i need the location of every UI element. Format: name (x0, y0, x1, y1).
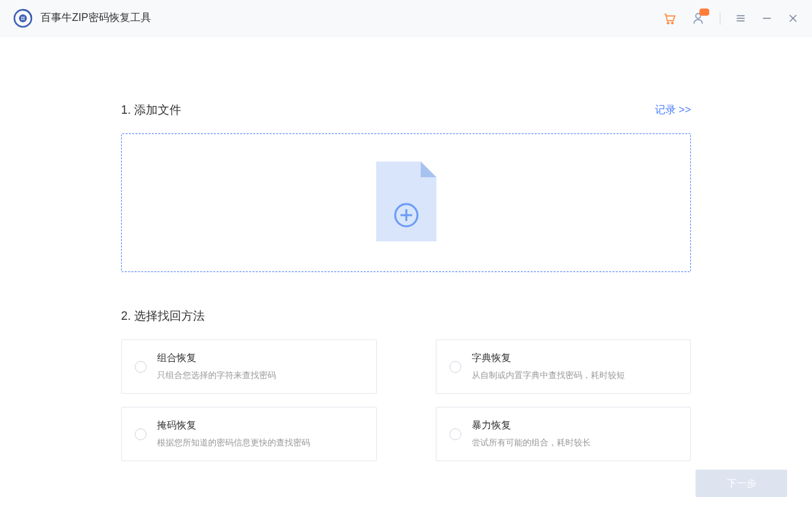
titlebar: 百事牛ZIP密码恢复工具 (0, 0, 812, 37)
svg-rect-3 (24, 16, 25, 18)
svg-rect-5 (24, 18, 25, 20)
main-content: 1. 添加文件 记录 >> 2. 选择找回方法 组合恢复 只组合您选择的字符来查… (0, 37, 812, 461)
cart-icon[interactable] (662, 11, 677, 26)
titlebar-divider (720, 12, 720, 25)
method-text: 掩码恢复 根据您所知道的密码信息更快的查找密码 (157, 419, 310, 449)
account-icon[interactable] (691, 11, 705, 26)
method-card-combination[interactable]: 组合恢复 只组合您选择的字符来查找密码 (121, 339, 377, 394)
file-dropzone[interactable] (121, 133, 691, 272)
method-text: 组合恢复 只组合您选择的字符来查找密码 (157, 352, 276, 381)
method-text: 暴力恢复 尝试所有可能的组合，耗时较长 (472, 419, 591, 449)
method-desc: 根据您所知道的密码信息更快的查找密码 (157, 437, 310, 449)
account-badge-icon (699, 9, 709, 16)
method-title: 暴力恢复 (472, 419, 591, 432)
step1-title: 1. 添加文件 (121, 102, 181, 118)
step2-title: 2. 选择找回方法 (121, 308, 691, 324)
footer: 下一步 (696, 470, 787, 497)
app-logo-icon (13, 9, 33, 28)
radio-icon (450, 361, 461, 373)
minimize-icon[interactable] (761, 12, 773, 24)
method-desc: 尝试所有可能的组合，耗时较长 (472, 437, 591, 449)
close-icon[interactable] (787, 12, 799, 24)
method-card-dictionary[interactable]: 字典恢复 从自制或内置字典中查找密码，耗时较短 (436, 339, 692, 394)
titlebar-left: 百事牛ZIP密码恢复工具 (13, 9, 151, 28)
file-add-icon (376, 162, 436, 244)
svg-point-6 (667, 22, 669, 24)
method-card-mask[interactable]: 掩码恢复 根据您所知道的密码信息更快的查找密码 (121, 407, 377, 461)
svg-rect-2 (22, 16, 23, 18)
svg-rect-4 (22, 18, 23, 20)
svg-point-7 (671, 22, 673, 24)
method-card-bruteforce[interactable]: 暴力恢复 尝试所有可能的组合，耗时较长 (436, 407, 692, 461)
radio-icon (135, 361, 147, 373)
record-link[interactable]: 记录 >> (655, 103, 691, 117)
method-text: 字典恢复 从自制或内置字典中查找密码，耗时较短 (472, 352, 625, 381)
app-title: 百事牛ZIP密码恢复工具 (41, 11, 151, 25)
svg-point-1 (19, 14, 27, 22)
method-desc: 只组合您选择的字符来查找密码 (157, 370, 276, 381)
method-desc: 从自制或内置字典中查找密码，耗时较短 (472, 370, 625, 381)
menu-icon[interactable] (735, 12, 747, 24)
titlebar-right (662, 11, 799, 26)
method-title: 掩码恢复 (157, 419, 310, 432)
method-title: 字典恢复 (472, 352, 625, 364)
method-title: 组合恢复 (157, 352, 276, 364)
radio-icon (135, 428, 147, 440)
step1-header: 1. 添加文件 记录 >> (121, 102, 691, 118)
methods-grid: 组合恢复 只组合您选择的字符来查找密码 字典恢复 从自制或内置字典中查找密码，耗… (121, 339, 691, 461)
next-button[interactable]: 下一步 (696, 470, 787, 497)
radio-icon (450, 428, 461, 440)
